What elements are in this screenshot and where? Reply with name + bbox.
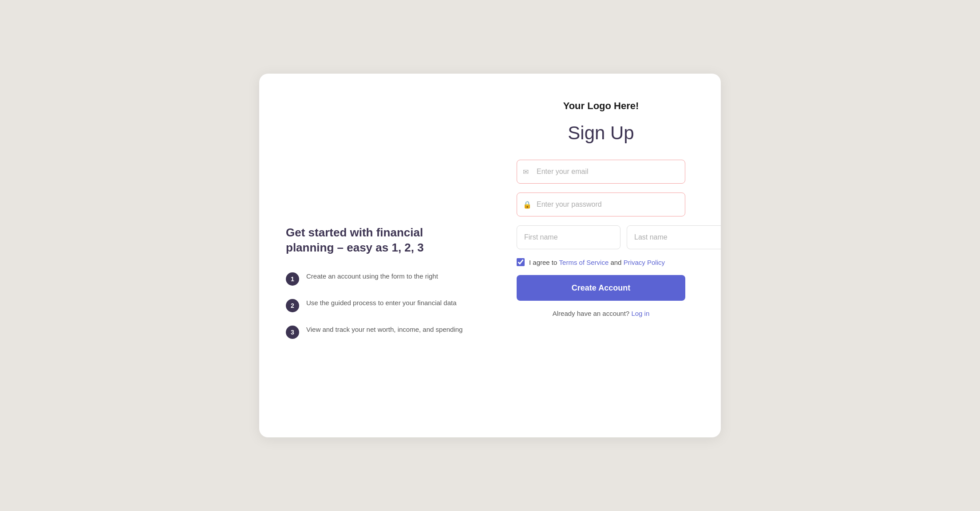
last-name-input[interactable] — [627, 225, 721, 249]
password-input[interactable] — [517, 193, 685, 216]
step-number-2: 2 — [286, 299, 299, 312]
step-number-1: 1 — [286, 272, 299, 286]
login-link[interactable]: Log in — [631, 310, 649, 317]
signup-form: ✉ 🔒 I agree to Terms of Service and Priv… — [517, 160, 685, 317]
password-wrapper: 🔒 — [517, 193, 685, 216]
name-row — [517, 225, 685, 249]
login-row: Already have an account? Log in — [517, 310, 685, 317]
headline: Get started with financial planning – ea… — [286, 225, 472, 256]
step-item-2: 2 Use the guided process to enter your f… — [286, 298, 472, 312]
logo: Your Logo Here! — [563, 100, 639, 112]
privacy-policy-link[interactable]: Privacy Policy — [624, 259, 665, 266]
right-panel: Your Logo Here! Sign Up ✉ 🔒 I — [499, 100, 694, 411]
step-text-3: View and track your net worth, income, a… — [306, 325, 462, 335]
step-number-3: 3 — [286, 326, 299, 339]
terms-checkbox[interactable] — [517, 258, 525, 266]
step-text-2: Use the guided process to enter your fin… — [306, 298, 457, 308]
terms-row: I agree to Terms of Service and Privacy … — [517, 258, 685, 266]
step-item-1: 1 Create an account using the form to th… — [286, 271, 472, 286]
left-panel: Get started with financial planning – ea… — [286, 100, 499, 411]
step-text-1: Create an account using the form to the … — [306, 271, 438, 282]
create-account-button[interactable]: Create Account — [517, 275, 685, 301]
sign-up-title: Sign Up — [568, 122, 634, 144]
email-wrapper: ✉ — [517, 160, 685, 184]
step-item-3: 3 View and track your net worth, income,… — [286, 325, 472, 339]
steps-list: 1 Create an account using the form to th… — [286, 271, 472, 339]
signup-card: Get started with financial planning – ea… — [259, 74, 721, 437]
email-input[interactable] — [517, 160, 685, 184]
first-name-input[interactable] — [517, 225, 620, 249]
terms-of-service-link[interactable]: Terms of Service — [559, 259, 609, 266]
terms-text: I agree to Terms of Service and Privacy … — [529, 259, 665, 266]
